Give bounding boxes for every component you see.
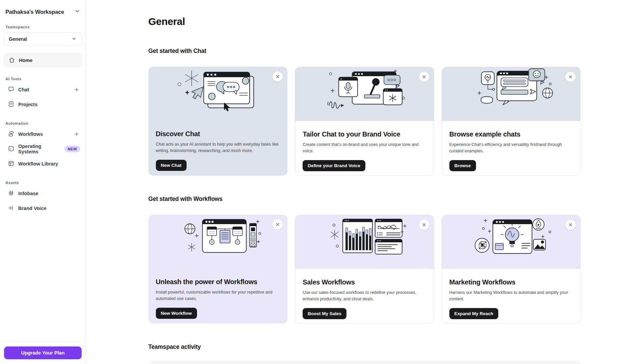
layout-icon: [8, 160, 15, 168]
example-chats-illustration: [464, 67, 558, 118]
app-window-icon: [8, 145, 15, 153]
close-icon: [568, 222, 573, 228]
chevron-down-icon: [71, 36, 77, 42]
workspace-name: Pathaksa's Workspace: [5, 9, 64, 15]
sidebar-item-chat[interactable]: Chat: [0, 82, 86, 97]
close-icon: [421, 222, 427, 228]
new-workflow-button[interactable]: New Workflow: [156, 308, 197, 319]
dismiss-card-button[interactable]: [273, 219, 283, 230]
new-badge: NEW: [64, 146, 80, 152]
sidebar-item-operating-systems[interactable]: Operating Systems NEW: [0, 142, 86, 156]
sidebar: Pathaksa's Workspace Teamspaces General …: [0, 0, 86, 364]
document-icon: [8, 101, 15, 109]
page-title: General: [148, 16, 581, 28]
assets-section-label: Assets: [0, 181, 86, 185]
card-description: Experience Chat's efficiency and versati…: [449, 142, 573, 154]
workflow-diagram-illustration: [171, 215, 265, 265]
define-brand-voice-button[interactable]: Define your Brand Voice: [303, 160, 365, 171]
card-illustration-area: [442, 215, 581, 269]
chat-card-row: Discover Chat Chat acts as your AI assis…: [148, 67, 581, 176]
sales-charts-illustration: [317, 215, 412, 266]
discover-chat-illustration: [171, 67, 265, 117]
teamspaces-section-label: Teamspaces: [0, 25, 86, 29]
card-illustration-area: [295, 67, 434, 121]
boost-my-sales-button[interactable]: Boost My Sales: [303, 308, 346, 319]
close-icon: [568, 74, 573, 80]
add-workflow-button[interactable]: [73, 130, 80, 138]
upgrade-plan-button[interactable]: Upgrade Your Plan: [4, 346, 82, 359]
card-description: Install powerful, customizable workflows…: [156, 289, 280, 302]
sidebar-item-label: Chat: [18, 87, 29, 92]
ai-tools-nav-list: Chat Projects: [0, 82, 86, 112]
card-illustration-area: [148, 67, 288, 121]
card-description: Chat acts as your AI assistant to help y…: [156, 141, 280, 154]
waveform-icon: [8, 205, 15, 212]
card-title: Discover Chat: [156, 130, 280, 138]
close-icon: [275, 74, 280, 79]
sidebar-item-label: Workflows: [18, 131, 43, 137]
sidebar-item-workflow-library[interactable]: Workflow Library: [0, 156, 86, 171]
sidebar-item-label: Projects: [18, 102, 37, 107]
sidebar-item-label: Operating Systems: [18, 144, 60, 154]
card-description: Create content that's on-brand and uses …: [303, 142, 426, 154]
card-sales-workflows: Sales Workflows Use our sales-focused wo…: [295, 215, 434, 324]
sidebar-item-workflows[interactable]: Workflows: [0, 127, 86, 142]
browse-button[interactable]: Browse: [449, 160, 476, 171]
dismiss-card-button[interactable]: [273, 71, 283, 82]
sidebar-item-home[interactable]: Home: [4, 53, 82, 67]
add-chat-button[interactable]: [73, 86, 80, 93]
card-illustration-area: [442, 67, 581, 121]
stack-icon: [8, 130, 15, 138]
workspace-switcher[interactable]: Pathaksa's Workspace: [0, 0, 86, 16]
sidebar-item-label: Home: [19, 58, 32, 63]
card-brand-voice: Tailor Chat to your Brand Voice Create c…: [295, 67, 434, 176]
workflow-card-row: Unleash the power of Workflows Install p…: [148, 215, 581, 324]
sidebar-bottom: Upgrade Your Plan: [0, 342, 86, 364]
ai-tools-section-label: AI Tools: [0, 77, 86, 81]
sidebar-item-label: Infobase: [18, 191, 38, 196]
card-description: Use our sales-focused workflows to redef…: [303, 290, 426, 302]
sidebar-item-label: Brand Voice: [18, 206, 47, 211]
teamspace-activity-panel: [148, 361, 581, 364]
main-content: General Get started with Chat: [86, 0, 643, 364]
sidebar-item-label: Workflow Library: [18, 161, 58, 166]
marketing-ideas-illustration: [464, 215, 558, 266]
card-title: Marketing Workflows: [449, 278, 573, 286]
automation-section-label: Automation: [0, 121, 86, 125]
brand-voice-illustration: [317, 67, 412, 118]
automation-nav-list: Workflows Operating Systems NEW Workflow…: [0, 127, 86, 171]
expand-my-reach-button[interactable]: Expand My Reach: [449, 308, 499, 319]
new-chat-button[interactable]: New Chat: [156, 160, 187, 171]
plus-icon: [74, 131, 80, 137]
card-example-chats: Browse example chats Experience Chat's e…: [442, 67, 581, 176]
hash-icon: [8, 190, 15, 198]
activity-section-heading: Teamspace activity: [148, 343, 581, 351]
close-icon: [275, 222, 280, 227]
card-title: Browse example chats: [449, 130, 573, 138]
teamspace-select[interactable]: General: [4, 32, 82, 46]
close-icon: [421, 74, 427, 80]
home-icon: [8, 57, 15, 64]
dismiss-card-button[interactable]: [419, 72, 429, 82]
teamspace-select-value: General: [9, 36, 27, 42]
card-title: Unleash the power of Workflows: [156, 278, 280, 286]
card-illustration-area: [295, 215, 434, 269]
card-illustration-area: [148, 215, 288, 269]
assets-nav-list: Infobase Brand Voice: [0, 186, 86, 216]
sidebar-item-projects[interactable]: Projects: [0, 97, 86, 112]
plus-icon: [74, 87, 80, 93]
card-title: Tailor Chat to your Brand Voice: [303, 130, 426, 138]
card-description: Harness our Marketing Workflows to autom…: [449, 290, 573, 302]
card-title: Sales Workflows: [303, 278, 426, 286]
card-workflows-power: Unleash the power of Workflows Install p…: [148, 215, 288, 324]
chevron-down-icon: [74, 8, 80, 16]
chat-bubble-icon: [8, 86, 15, 94]
chat-section-heading: Get started with Chat: [148, 47, 581, 55]
sidebar-item-brand-voice[interactable]: Brand Voice: [0, 201, 86, 216]
workflows-section-heading: Get started with Workflows: [148, 195, 581, 203]
dismiss-card-button[interactable]: [419, 220, 429, 230]
card-marketing-workflows: Marketing Workflows Harness our Marketin…: [442, 215, 581, 324]
sidebar-item-infobase[interactable]: Infobase: [0, 186, 86, 201]
card-discover-chat: Discover Chat Chat acts as your AI assis…: [148, 67, 288, 176]
